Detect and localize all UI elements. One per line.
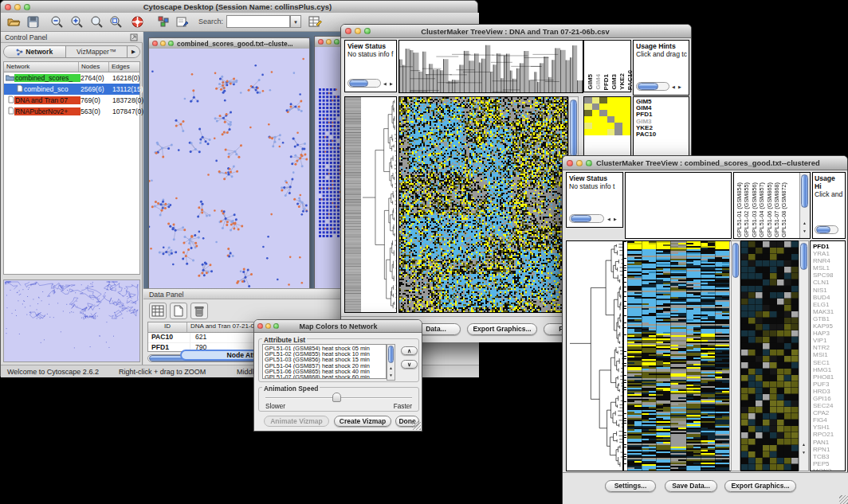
tv2-status-scrollbar[interactable] (569, 214, 604, 223)
scroll-right-icon[interactable]: ▶ (390, 81, 393, 86)
modules-icon[interactable] (158, 16, 170, 28)
main-titlebar[interactable]: Cytoscape Desktop (Session Name: collins… (1, 1, 477, 14)
search-dropdown-button[interactable]: ▼ (290, 15, 301, 28)
scroll-left-icon[interactable]: ◀ (383, 81, 387, 86)
close-icon[interactable] (567, 160, 573, 166)
tv1-row-dendrogram[interactable] (344, 96, 397, 313)
animate-vizmap-button[interactable]: Animate Vizmap (264, 416, 329, 427)
attribute-select-button[interactable] (149, 303, 167, 319)
open-folder-icon[interactable] (7, 16, 21, 28)
zoom-icon[interactable] (168, 41, 174, 46)
minimize-icon[interactable] (160, 41, 166, 46)
treeview1-titlebar[interactable]: ClusterMaker TreeView : DNA and Tran 07-… (341, 25, 691, 38)
tv2-zoom-vscrollbar[interactable]: ▲ ▼ (799, 240, 809, 471)
network-name[interactable]: combined_scores_ (14, 74, 80, 82)
close-icon[interactable] (152, 41, 158, 46)
zoom-icon[interactable] (273, 323, 279, 329)
search-input[interactable] (226, 15, 290, 28)
table-edit-icon[interactable] (308, 15, 322, 29)
export-graphics-button[interactable]: Export Graphics... (467, 323, 537, 335)
zoom-in-icon[interactable] (70, 15, 84, 29)
zoom-icon[interactable] (334, 39, 340, 45)
zoom-fit-icon[interactable] (109, 15, 123, 29)
scroll-right-icon[interactable]: ▶ (678, 84, 681, 89)
new-attribute-button[interactable] (170, 303, 187, 319)
float-panel-icon[interactable] (130, 33, 138, 41)
network-canvas[interactable] (149, 49, 309, 291)
scroll-right-icon[interactable]: ▶ (614, 217, 617, 221)
close-icon[interactable] (345, 28, 351, 34)
scroll-up-icon[interactable]: ▲ (802, 442, 806, 447)
minimize-icon[interactable] (576, 160, 583, 166)
tv1-column-dendrogram[interactable] (398, 40, 583, 93)
tv1-status-scrollbar[interactable] (347, 79, 381, 88)
network-row[interactable]: DNA and Tran 07769(0)183728(0) (4, 95, 139, 106)
scroll-left-icon[interactable]: ◀ (672, 84, 675, 89)
tab-network[interactable]: Network (4, 46, 66, 57)
move-up-button[interactable]: ∧ (401, 346, 418, 355)
tv1-global-heatmap[interactable] (398, 96, 568, 313)
scroll-up-icon[interactable]: ▲ (803, 221, 807, 225)
resize-grip[interactable] (839, 495, 848, 504)
tv2-collabel-vscrollbar[interactable]: ▲ ▼ (799, 173, 810, 238)
delete-attribute-button[interactable] (190, 303, 208, 319)
scroll-up-icon[interactable]: ▲ (389, 365, 393, 370)
close-icon[interactable] (5, 4, 11, 10)
tv2-row-dendrogram[interactable] (566, 240, 623, 471)
attribute-item[interactable]: GPL51-07 (GSM868) heat shock 60 min (265, 374, 384, 379)
col-edges[interactable]: Edges (109, 62, 139, 72)
create-vizmap-button[interactable]: Create Vizmap (334, 416, 391, 427)
minimize-icon[interactable] (326, 39, 332, 45)
zoom-icon[interactable] (364, 28, 371, 34)
minimize-icon[interactable] (355, 28, 361, 34)
resize-grip[interactable] (412, 421, 421, 430)
tv2-global-vscrollbar[interactable] (731, 240, 740, 471)
help-lifesaver-icon[interactable] (131, 15, 144, 29)
scroll-down-icon[interactable]: ▼ (389, 373, 393, 377)
attribute-item[interactable]: GPL51-04 (GSM857) heat shock 20 min (265, 363, 384, 369)
scroll-left-icon[interactable]: ◀ (607, 217, 610, 221)
export-graphics-button[interactable]: Export Graphics... (724, 480, 796, 492)
network-row[interactable]: combined_sco2569(6)13112(15) (4, 84, 139, 95)
tv1-hints-scrollbar[interactable] (636, 82, 669, 91)
col-id[interactable]: ID (148, 322, 187, 332)
scroll-down-icon[interactable]: ▼ (802, 450, 806, 455)
treeview2-titlebar[interactable]: ClusterMaker TreeView : combined_scores_… (563, 156, 847, 170)
tv1-zoom-heatmap[interactable] (584, 97, 630, 135)
scroll-down-icon[interactable]: ▼ (803, 229, 807, 233)
col-network[interactable]: Network (4, 62, 79, 72)
network-name[interactable]: combined_sco (23, 85, 80, 93)
zoom-out-icon[interactable] (50, 15, 64, 29)
network-name[interactable]: RNAPuberNov2+ (14, 107, 80, 115)
network-row[interactable]: combined_scores_2764(0)16218(0) (4, 72, 139, 84)
dialog-titlebar[interactable]: Map Colors to Network (254, 320, 422, 333)
minimize-icon[interactable] (14, 4, 21, 10)
network-row[interactable]: RNAPuberNov2+563(0)107847(0) (4, 106, 139, 117)
birds-eye-view[interactable] (3, 279, 140, 362)
save-icon[interactable] (27, 16, 39, 28)
window-controls[interactable] (1, 4, 34, 10)
move-down-button[interactable]: ∨ (401, 360, 418, 369)
tv2-global-heatmap[interactable] (623, 240, 732, 471)
speed-slider-thumb[interactable] (332, 393, 341, 402)
tv2-column-dendrogram-area[interactable] (625, 172, 732, 239)
annotation-icon[interactable] (176, 16, 189, 28)
settings-button[interactable]: Settings... (605, 480, 656, 492)
zoom-icon[interactable] (586, 160, 592, 166)
close-icon[interactable] (257, 323, 263, 329)
tv2-zoom-heatmap[interactable] (740, 240, 799, 471)
attribute-item[interactable]: GPL51-02 (GSM855) heat shock 10 min (265, 351, 384, 357)
save-data-button[interactable]: Save Data... (665, 480, 717, 492)
close-icon[interactable] (318, 39, 324, 45)
network-table-header[interactable]: Network Nodes Edges (4, 62, 139, 72)
minimize-icon[interactable] (265, 323, 271, 329)
network-name[interactable]: DNA and Tran 07 (14, 96, 80, 104)
attribute-item[interactable]: GPL51-03 (GSM856) heat shock 15 min (265, 357, 384, 362)
attribute-list-scrollbar[interactable]: ▲ ▼ (387, 344, 395, 381)
tab-overflow-button[interactable]: ▶ (128, 46, 139, 57)
tv2-hints-scrollbar[interactable] (815, 225, 838, 234)
zoom-icon[interactable] (24, 4, 30, 10)
attribute-list[interactable]: GPL51-01 (GSM854) heat shock 05 minGPL51… (262, 344, 387, 379)
tab-vizmapper[interactable]: VizMapper™ (66, 46, 128, 57)
attribute-item[interactable]: GPL51-06 (GSM865) heat shock 40 min (265, 369, 384, 374)
